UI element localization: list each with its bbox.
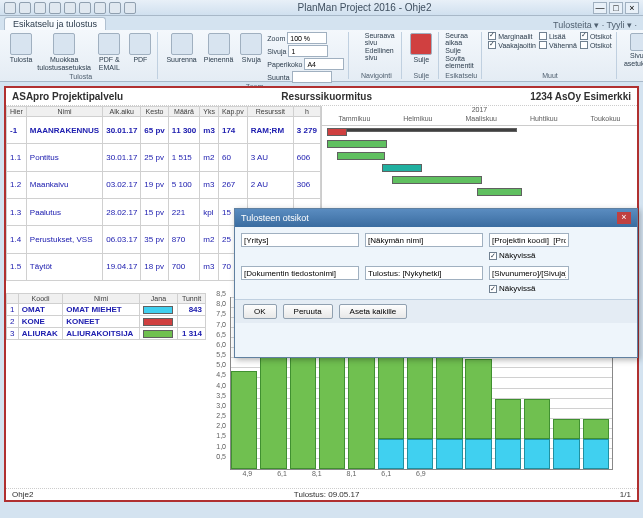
qat-btn[interactable] [64,2,76,14]
ok-button[interactable]: OK [243,304,277,319]
dialog-close-button[interactable]: × [617,212,631,224]
zoom-select[interactable] [287,32,327,44]
checkbox-icon [489,285,497,293]
check-Otsikot[interactable]: Otsikot [580,32,612,40]
close2-button[interactable]: Sulje [445,47,477,54]
dialog-title: Tulosteen otsikot [241,213,309,223]
qat-btn[interactable] [4,2,16,14]
dialog-buttons: OK Peruuta Aseta kaikille [235,299,637,323]
tabbar-right[interactable]: Tulosteita ▾ · Tyyli ▾ · [553,20,637,30]
dialog-body: NäkyvissäNäkyvissä [235,227,637,299]
gantt-bar [327,128,517,132]
task-row: 1.1Pontitus30.01.1725 pv1 515m2603 AU606 [7,144,321,171]
dialog-field: Näkyvissä [489,233,569,260]
title-input[interactable] [365,233,483,247]
pdf-icon [98,33,120,55]
qat-btn[interactable] [124,2,136,14]
ribbon-group-print: Tulosta Muokkaa tulostusasetuksia PDF & … [4,32,158,79]
prev-page-button[interactable]: Edellinen sivu [355,47,397,61]
pages-icon [240,33,262,55]
task-row: 1.2Maankaivu03.02.1719 pv5 100m32672 AU3… [7,171,321,198]
ribbon-tabs: Esikatselu ja tulostus Tulosteita ▾ · Ty… [0,16,643,30]
minimize-button[interactable]: — [593,2,607,14]
set-all-button[interactable]: Aseta kaikille [339,304,408,319]
printer-icon [10,33,32,55]
visible-checkbox[interactable]: Näkyvissä [489,284,569,293]
fit-elements-button[interactable]: Sovita elementit [445,55,477,69]
qat-btn[interactable] [49,2,61,14]
title-input[interactable] [365,266,483,280]
pages-select[interactable] [288,45,328,57]
ribbon-group-preview: Seuraa aikaa Sulje Sovita elementit Esik… [441,32,482,79]
page-setup-button[interactable]: Sivun asetukset [623,32,643,69]
qat-btn[interactable] [94,2,106,14]
visible-checkbox[interactable]: Näkyvissä [489,251,569,260]
legend-swatch [143,306,173,314]
window-title: PlanMan Project 2016 - Ohje2 [136,2,593,13]
gantt-bar [327,140,387,148]
resource-row: 1OMATOMAT MIEHET843 [7,304,206,316]
check-Vähennä[interactable]: Vähennä [539,41,577,49]
check-Lisää[interactable]: Lisää [539,32,577,40]
resource-row: 2KONEKONEET [7,316,206,328]
chart-bar [524,399,550,469]
follow-time-button[interactable]: Seuraa aikaa [445,32,477,46]
legend-swatch [143,330,173,338]
chart-bar [465,359,491,469]
title-input[interactable] [241,233,359,247]
chart-bar [231,371,257,469]
magnifier-minus-icon [208,33,230,55]
pdf-icon [129,33,151,55]
qat-btn[interactable] [34,2,46,14]
zoom-out-button[interactable]: Pienennä [202,32,236,65]
qat-btn[interactable] [79,2,91,14]
title-input[interactable] [489,233,569,247]
ribbon: Tulosta Muokkaa tulostusasetuksia PDF & … [0,30,643,82]
titles-dialog: Tulosteen otsikot × NäkyvissäNäkyvissä O… [234,208,638,358]
page-icon [630,33,643,51]
gantt-bar [327,128,347,136]
title-input[interactable] [489,266,569,280]
checkbox-icon [488,41,496,49]
x-icon [410,33,432,55]
pdf-email-button[interactable]: PDF & EMAIL [94,32,124,73]
next-page-button[interactable]: Seuraava sivu [355,32,397,46]
dialog-titlebar[interactable]: Tulosteen otsikot × [235,209,637,227]
page-header: ASApro Projektipalvelu Resurssikuormitus… [6,88,637,106]
ribbon-group-nav: Seuraava sivu Edellinen sivu Navigointi [351,32,402,79]
print-button[interactable]: Tulosta [8,32,34,65]
legend-swatch [143,318,173,326]
checkbox-icon [539,32,547,40]
check-Otsikot[interactable]: Otsikot [580,41,612,49]
cancel-button[interactable]: Peruuta [283,304,333,319]
dialog-field: Näkyvissä [489,266,569,293]
pdf-button[interactable]: PDF [127,32,153,65]
arrow-left-icon [355,49,363,59]
dialog-field [241,266,359,293]
qat-btn[interactable] [109,2,121,14]
print-settings-button[interactable]: Muokkaa tulostusasetuksia [37,32,91,73]
page-footer: Ohje2 Tulostus: 09.05.17 1/1 [6,488,637,500]
pages-button[interactable]: Sivuja [238,32,264,65]
gantt-bar [337,152,385,160]
tab-print-preview[interactable]: Esikatselu ja tulostus [4,17,106,30]
task-row: -1MAANRAKENNUS30.01.1765 pv11 300m3174RA… [7,117,321,144]
qat-btn[interactable] [19,2,31,14]
check-Vaakajaoitin[interactable]: Vaakajaoitin [488,41,536,49]
chart-bar [260,347,286,469]
checkbox-icon [539,41,547,49]
timeline-header: 2017 TammikuuHelmikuuMaaliskuuHuhtikuuTo… [322,106,637,126]
paper-select[interactable] [304,58,344,70]
check-Marginaalit[interactable]: Marginaalit [488,32,536,40]
ribbon-group-other: MarginaalitVaakajaoitinLisääVähennäOtsik… [484,32,616,79]
zoom-in-button[interactable]: Suurenna [164,32,198,65]
title-input[interactable] [241,266,359,280]
close-preview-button[interactable]: Sulje [408,32,434,65]
maximize-button[interactable]: □ [609,2,623,14]
gantt-bar [382,164,422,172]
gantt-bar [392,176,482,184]
close-button[interactable]: × [625,2,639,14]
resource-row: 3ALIURAKALIURAKOITSIJA1 314 [7,328,206,340]
magnifier-plus-icon [171,33,193,55]
window-controls: — □ × [593,2,639,14]
